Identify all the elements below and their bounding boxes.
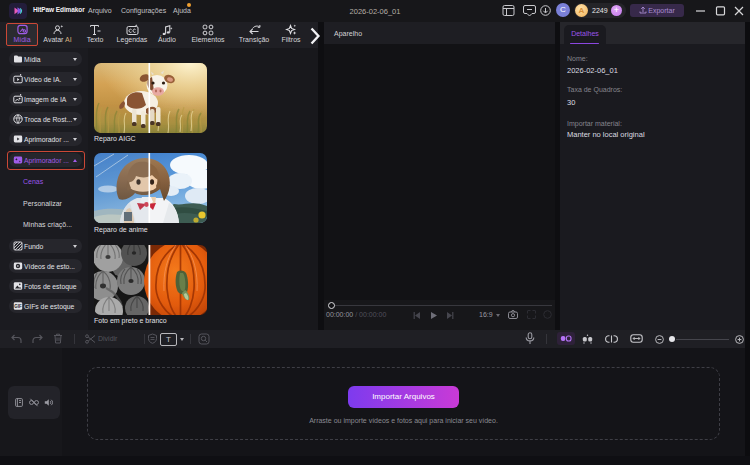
svg-text:GIF: GIF (14, 304, 22, 309)
